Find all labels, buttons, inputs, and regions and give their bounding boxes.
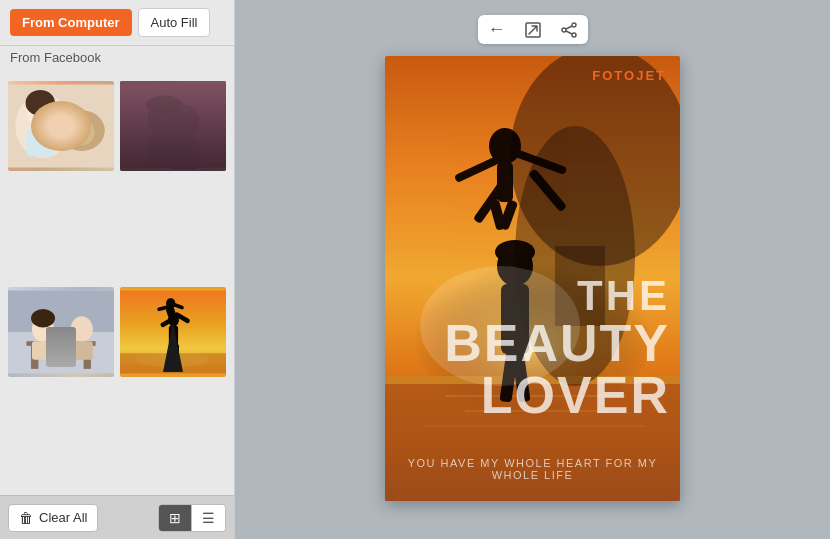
svg-point-5 xyxy=(69,120,95,146)
svg-point-15 xyxy=(170,105,199,138)
svg-point-30 xyxy=(57,328,63,334)
view-toggle: ⊞ ☰ xyxy=(158,504,226,532)
trash-icon: 🗑 xyxy=(19,510,33,526)
poster-title-beauty: BEAUTY xyxy=(444,317,670,369)
photo-thumb-3[interactable] xyxy=(8,287,114,377)
svg-point-3 xyxy=(65,112,83,134)
left-panel: From Computer Auto Fill From Facebook xyxy=(0,0,235,539)
svg-rect-25 xyxy=(32,341,54,359)
svg-rect-10 xyxy=(26,129,54,157)
svg-point-47 xyxy=(562,28,566,32)
svg-point-7 xyxy=(75,128,81,134)
svg-rect-35 xyxy=(169,326,178,346)
svg-rect-36 xyxy=(170,344,175,355)
svg-line-48 xyxy=(566,26,572,29)
svg-point-68 xyxy=(495,240,535,264)
poster-brand: FOTOJET xyxy=(592,68,666,83)
svg-point-6 xyxy=(76,132,87,139)
grid-icon: ⊞ xyxy=(169,510,181,526)
photo-thumb-1[interactable] xyxy=(8,81,114,171)
svg-rect-28 xyxy=(71,341,93,359)
poster-card: FOTOJET THE BEAUTY LOVER YOU HAVE MY WHO… xyxy=(385,56,680,501)
svg-rect-20 xyxy=(8,291,114,332)
svg-rect-16 xyxy=(148,135,180,167)
clear-all-button[interactable]: 🗑 Clear All xyxy=(8,504,98,532)
poster-title-the: THE xyxy=(444,275,670,317)
svg-point-8 xyxy=(83,128,89,134)
expand-button[interactable] xyxy=(524,21,542,39)
list-icon: ☰ xyxy=(202,510,215,526)
svg-point-18 xyxy=(146,96,183,114)
poster-title: THE BEAUTY LOVER xyxy=(444,275,670,421)
svg-point-14 xyxy=(148,101,181,138)
back-button[interactable]: ← xyxy=(488,19,506,40)
main-area: ← xyxy=(235,0,830,539)
svg-rect-37 xyxy=(174,344,179,355)
poster-subtitle: YOU HAVE MY WHOLE HEART FOR MY WHOLE LIF… xyxy=(385,457,680,481)
photo-thumb-4[interactable] xyxy=(120,287,226,377)
photo-grid xyxy=(0,73,234,495)
svg-point-26 xyxy=(31,309,55,327)
svg-line-49 xyxy=(566,31,572,34)
share-button[interactable] xyxy=(560,21,578,39)
auto-fill-button[interactable]: Auto Fill xyxy=(138,8,211,37)
svg-rect-29 xyxy=(56,335,63,346)
list-view-button[interactable]: ☰ xyxy=(192,505,225,531)
svg-point-46 xyxy=(572,33,576,37)
bottom-bar: 🗑 Clear All ⊞ ☰ xyxy=(0,495,234,539)
clear-all-label: Clear All xyxy=(39,510,87,525)
photo-thumb-2[interactable] xyxy=(120,81,226,171)
toolbar-row: ← xyxy=(478,15,588,44)
svg-rect-12 xyxy=(120,85,226,168)
svg-point-45 xyxy=(572,23,576,27)
from-computer-button[interactable]: From Computer xyxy=(10,9,132,36)
svg-rect-33 xyxy=(120,353,226,373)
svg-rect-13 xyxy=(120,85,226,168)
svg-point-4 xyxy=(80,112,98,134)
poster-title-lover: LOVER xyxy=(444,369,670,421)
svg-rect-17 xyxy=(170,137,199,169)
svg-point-11 xyxy=(26,90,55,116)
grid-view-button[interactable]: ⊞ xyxy=(159,505,192,531)
from-facebook-link[interactable]: From Facebook xyxy=(0,46,234,73)
toolbar-bar: ← xyxy=(478,15,588,44)
panel-header: From Computer Auto Fill xyxy=(0,0,234,46)
svg-point-27 xyxy=(71,316,93,342)
